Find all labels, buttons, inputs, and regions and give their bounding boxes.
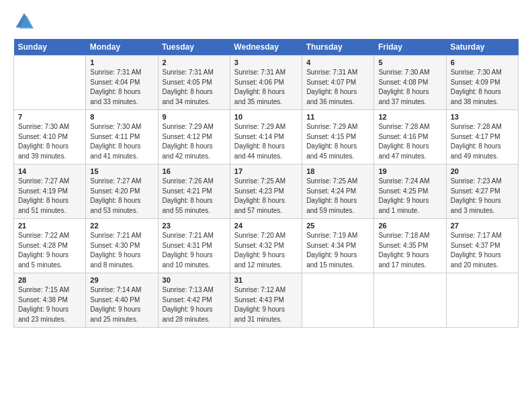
calendar-cell: 31Sunrise: 7:12 AM Sunset: 4:43 PM Dayli… [230,273,302,328]
calendar-cell: 3Sunrise: 7:31 AM Sunset: 4:06 PM Daylig… [230,56,302,110]
calendar-cell: 9Sunrise: 7:29 AM Sunset: 4:12 PM Daylig… [158,110,230,165]
day-info: Sunrise: 7:19 AM Sunset: 4:34 PM Dayligh… [306,231,369,270]
day-info: Sunrise: 7:12 AM Sunset: 4:43 PM Dayligh… [234,285,298,324]
calendar-cell: 29Sunrise: 7:14 AM Sunset: 4:40 PM Dayli… [86,273,158,328]
day-number: 28 [18,276,81,284]
day-info: Sunrise: 7:25 AM Sunset: 4:24 PM Dayligh… [306,177,369,216]
day-number: 13 [451,113,514,121]
day-info: Sunrise: 7:21 AM Sunset: 4:31 PM Dayligh… [163,231,226,270]
day-number: 9 [163,113,226,121]
day-number: 8 [90,113,153,121]
day-header-saturday: Saturday [446,39,518,56]
day-info: Sunrise: 7:29 AM Sunset: 4:12 PM Dayligh… [163,122,226,161]
day-number: 20 [451,167,514,175]
day-info: Sunrise: 7:30 AM Sunset: 4:10 PM Dayligh… [18,122,81,161]
day-number: 1 [90,58,153,66]
calendar-cell [374,273,446,328]
calendar-cell: 28Sunrise: 7:15 AM Sunset: 4:38 PM Dayli… [14,273,86,328]
day-info: Sunrise: 7:27 AM Sunset: 4:20 PM Dayligh… [90,177,153,216]
calendar-cell [446,273,518,328]
logo-icon [13,11,35,32]
day-info: Sunrise: 7:17 AM Sunset: 4:37 PM Dayligh… [451,231,514,270]
day-info: Sunrise: 7:22 AM Sunset: 4:28 PM Dayligh… [18,231,81,270]
day-header-thursday: Thursday [302,39,374,56]
calendar-cell: 18Sunrise: 7:25 AM Sunset: 4:24 PM Dayli… [302,165,374,219]
calendar-cell: 25Sunrise: 7:19 AM Sunset: 4:34 PM Dayli… [302,219,374,273]
day-info: Sunrise: 7:26 AM Sunset: 4:21 PM Dayligh… [163,177,226,216]
day-header-monday: Monday [86,39,158,56]
calendar-cell: 21Sunrise: 7:22 AM Sunset: 4:28 PM Dayli… [14,219,86,273]
week-row-2: 7Sunrise: 7:30 AM Sunset: 4:10 PM Daylig… [14,110,519,165]
day-info: Sunrise: 7:14 AM Sunset: 4:40 PM Dayligh… [90,285,153,324]
calendar-cell: 26Sunrise: 7:18 AM Sunset: 4:35 PM Dayli… [374,219,446,273]
day-info: Sunrise: 7:13 AM Sunset: 4:42 PM Dayligh… [163,285,226,324]
day-number: 24 [234,222,298,230]
day-header-sunday: Sunday [14,39,86,56]
day-number: 11 [306,113,369,121]
day-info: Sunrise: 7:31 AM Sunset: 4:04 PM Dayligh… [90,68,153,107]
day-number: 31 [234,276,298,284]
day-number: 12 [378,113,441,121]
day-info: Sunrise: 7:27 AM Sunset: 4:19 PM Dayligh… [18,177,81,216]
calendar-cell: 11Sunrise: 7:29 AM Sunset: 4:15 PM Dayli… [302,110,374,165]
calendar-cell [14,56,86,110]
day-number: 5 [378,58,441,66]
calendar-cell [302,273,374,328]
calendar-cell: 1Sunrise: 7:31 AM Sunset: 4:04 PM Daylig… [86,56,158,110]
week-row-4: 21Sunrise: 7:22 AM Sunset: 4:28 PM Dayli… [14,219,519,273]
calendar-cell: 27Sunrise: 7:17 AM Sunset: 4:37 PM Dayli… [446,219,518,273]
day-info: Sunrise: 7:30 AM Sunset: 4:11 PM Dayligh… [90,122,153,161]
day-number: 6 [451,58,514,66]
day-number: 29 [90,276,153,284]
day-number: 21 [18,222,81,230]
page: SundayMondayTuesdayWednesdayThursdayFrid… [0,0,532,411]
calendar-cell: 8Sunrise: 7:30 AM Sunset: 4:11 PM Daylig… [86,110,158,165]
day-number: 4 [306,58,369,66]
day-header-tuesday: Tuesday [158,39,230,56]
day-info: Sunrise: 7:15 AM Sunset: 4:38 PM Dayligh… [18,285,81,324]
day-header-friday: Friday [374,39,446,56]
day-info: Sunrise: 7:25 AM Sunset: 4:23 PM Dayligh… [234,177,298,216]
calendar-cell: 22Sunrise: 7:21 AM Sunset: 4:30 PM Dayli… [86,219,158,273]
calendar-cell: 5Sunrise: 7:30 AM Sunset: 4:08 PM Daylig… [374,56,446,110]
day-number: 30 [163,276,226,284]
day-number: 23 [163,222,226,230]
day-info: Sunrise: 7:28 AM Sunset: 4:17 PM Dayligh… [451,122,514,161]
calendar-cell: 16Sunrise: 7:26 AM Sunset: 4:21 PM Dayli… [158,165,230,219]
day-info: Sunrise: 7:30 AM Sunset: 4:08 PM Dayligh… [378,68,441,107]
week-row-1: 1Sunrise: 7:31 AM Sunset: 4:04 PM Daylig… [14,56,519,110]
day-number: 10 [234,113,298,121]
day-info: Sunrise: 7:20 AM Sunset: 4:32 PM Dayligh… [234,231,298,270]
day-number: 17 [234,167,298,175]
day-number: 18 [306,167,369,175]
day-number: 15 [90,167,153,175]
calendar-cell: 4Sunrise: 7:31 AM Sunset: 4:07 PM Daylig… [302,56,374,110]
calendar-cell: 19Sunrise: 7:24 AM Sunset: 4:25 PM Dayli… [374,165,446,219]
day-header-wednesday: Wednesday [230,39,302,56]
week-row-3: 14Sunrise: 7:27 AM Sunset: 4:19 PM Dayli… [14,165,519,219]
calendar-cell: 6Sunrise: 7:30 AM Sunset: 4:09 PM Daylig… [446,56,518,110]
day-info: Sunrise: 7:30 AM Sunset: 4:09 PM Dayligh… [451,68,514,107]
day-info: Sunrise: 7:29 AM Sunset: 4:14 PM Dayligh… [234,122,298,161]
day-number: 22 [90,222,153,230]
day-number: 14 [18,167,81,175]
day-info: Sunrise: 7:21 AM Sunset: 4:30 PM Dayligh… [90,231,153,270]
calendar-cell: 15Sunrise: 7:27 AM Sunset: 4:20 PM Dayli… [86,165,158,219]
day-number: 2 [163,58,226,66]
calendar-cell: 12Sunrise: 7:28 AM Sunset: 4:16 PM Dayli… [374,110,446,165]
day-number: 25 [306,222,369,230]
calendar-cell: 2Sunrise: 7:31 AM Sunset: 4:05 PM Daylig… [158,56,230,110]
calendar-cell: 20Sunrise: 7:23 AM Sunset: 4:27 PM Dayli… [446,165,518,219]
header-row: SundayMondayTuesdayWednesdayThursdayFrid… [14,39,519,56]
day-number: 19 [378,167,441,175]
day-info: Sunrise: 7:31 AM Sunset: 4:05 PM Dayligh… [163,68,226,107]
day-number: 16 [163,167,226,175]
day-number: 26 [378,222,441,230]
calendar-cell: 17Sunrise: 7:25 AM Sunset: 4:23 PM Dayli… [230,165,302,219]
day-info: Sunrise: 7:29 AM Sunset: 4:15 PM Dayligh… [306,122,369,161]
calendar-cell: 23Sunrise: 7:21 AM Sunset: 4:31 PM Dayli… [158,219,230,273]
calendar-cell: 24Sunrise: 7:20 AM Sunset: 4:32 PM Dayli… [230,219,302,273]
calendar-cell: 14Sunrise: 7:27 AM Sunset: 4:19 PM Dayli… [14,165,86,219]
calendar-cell: 30Sunrise: 7:13 AM Sunset: 4:42 PM Dayli… [158,273,230,328]
calendar-cell: 7Sunrise: 7:30 AM Sunset: 4:10 PM Daylig… [14,110,86,165]
